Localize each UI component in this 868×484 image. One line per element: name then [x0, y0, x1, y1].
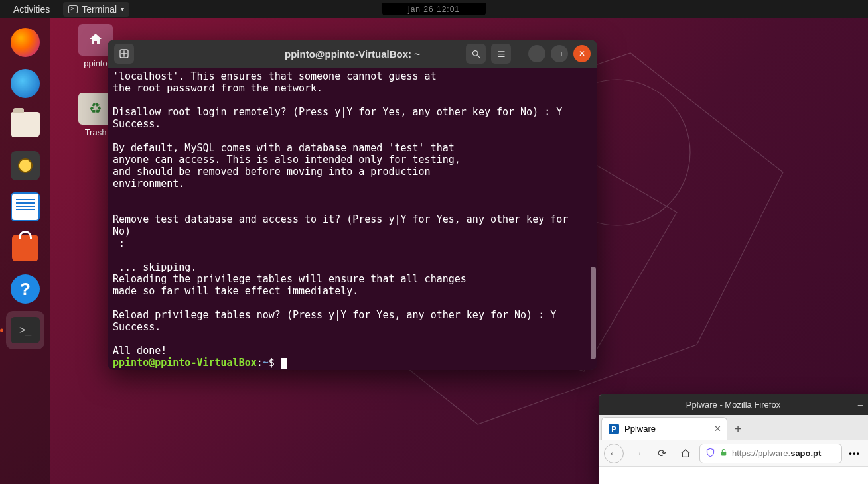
music-icon — [11, 151, 40, 180]
chevron-down-icon: ▾ — [121, 5, 124, 13]
writer-icon — [11, 192, 40, 221]
files-icon — [11, 112, 40, 137]
firefox-icon — [11, 28, 40, 57]
svg-point-2 — [472, 50, 478, 56]
home-button[interactable] — [676, 444, 695, 463]
software-icon — [12, 235, 38, 261]
active-app-menu[interactable]: Terminal ▾ — [63, 2, 129, 17]
reload-button[interactable]: ⟳ — [652, 444, 672, 463]
firefox-window-title: Pplware - Mozilla Firefox — [686, 400, 780, 410]
dock-help[interactable]: ? — [6, 270, 44, 308]
dock-rhythmbox[interactable] — [6, 147, 44, 185]
terminal-scrollbar[interactable] — [591, 267, 596, 359]
thunderbird-icon — [11, 69, 40, 98]
lock-icon[interactable] — [719, 448, 728, 459]
prompt-user: ppinto@ppinto-VirtualBox — [113, 357, 257, 369]
terminal-search-button[interactable] — [466, 44, 486, 64]
prompt-path: ~ — [263, 357, 269, 369]
cursor — [281, 358, 287, 369]
activities-button[interactable]: Activities — [7, 0, 56, 18]
help-icon: ? — [11, 274, 40, 304]
svg-rect-4 — [721, 452, 727, 455]
terminal-window: ppinto@ppinto-VirtualBox: ~ – □ ✕ 'local… — [108, 40, 597, 370]
clock[interactable]: jan 26 12:01 — [382, 3, 486, 15]
dock-files[interactable] — [6, 105, 44, 144]
tab-favicon: P — [609, 424, 619, 434]
terminal-close-button[interactable]: ✕ — [573, 45, 591, 62]
page-actions-button[interactable]: ••• — [846, 448, 863, 458]
firefox-content[interactable] — [599, 467, 868, 484]
firefox-tabstrip: P Pplware ✕ + — [599, 415, 868, 440]
shield-icon[interactable] — [705, 448, 715, 459]
dock-software[interactable] — [6, 229, 44, 267]
firefox-tab-pplware[interactable]: P Pplware ✕ — [601, 417, 727, 440]
firefox-toolbar: ← → ⟳ https://pplware.sapo.pt ••• — [599, 440, 868, 467]
terminal-body[interactable]: 'localhost'. This ensures that someone c… — [108, 68, 597, 370]
firefox-new-tab-button[interactable]: + — [727, 418, 749, 440]
forward-button: → — [628, 444, 648, 463]
firefox-minimize-button[interactable]: – — [858, 400, 863, 410]
terminal-titlebar[interactable]: ppinto@ppinto-VirtualBox: ~ – □ ✕ — [108, 40, 597, 68]
active-app-label: Terminal — [82, 4, 117, 15]
tab-close-icon[interactable]: ✕ — [714, 424, 721, 434]
terminal-menu-button[interactable] — [491, 44, 511, 64]
terminal-maximize-button[interactable]: □ — [551, 45, 568, 62]
dock-writer[interactable] — [6, 188, 44, 226]
url-bar[interactable]: https://pplware.sapo.pt — [699, 444, 842, 463]
firefox-window: Pplware - Mozilla Firefox – P Pplware ✕ … — [599, 394, 868, 484]
terminal-output: 'localhost'. This ensures that someone c… — [113, 70, 574, 357]
terminal-dock-icon: >_ — [11, 317, 40, 343]
top-panel: Activities Terminal ▾ jan 26 12:01 — [0, 0, 868, 18]
svg-line-3 — [477, 55, 480, 58]
firefox-titlebar[interactable]: Pplware - Mozilla Firefox – — [599, 394, 868, 415]
back-button[interactable]: ← — [604, 444, 624, 463]
terminal-new-tab-button[interactable] — [114, 44, 134, 64]
url-text: https://pplware.sapo.pt — [732, 448, 821, 458]
terminal-minimize-button[interactable]: – — [528, 45, 545, 62]
dock-firefox[interactable] — [6, 23, 44, 62]
terminal-icon — [68, 5, 78, 13]
tab-label: Pplware — [624, 424, 656, 434]
dock-terminal[interactable]: >_ — [6, 311, 44, 349]
dock: ? >_ — [0, 18, 50, 484]
dock-thunderbird[interactable] — [6, 64, 44, 103]
